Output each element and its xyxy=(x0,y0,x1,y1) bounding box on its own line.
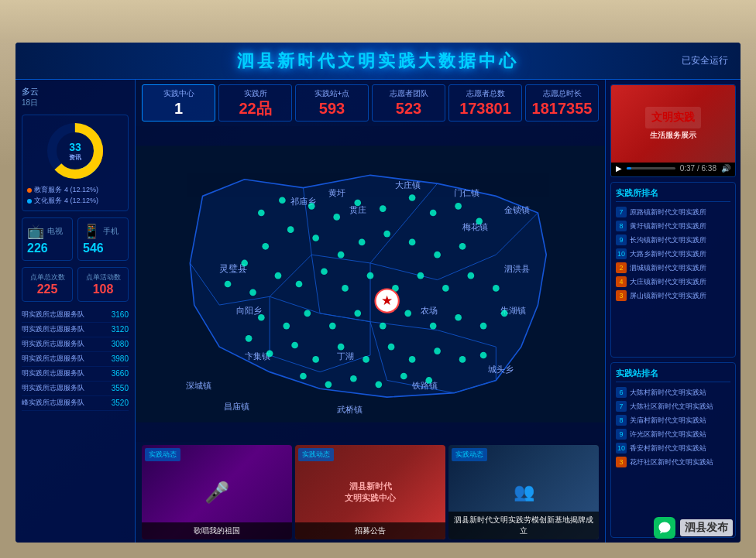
ranking-item: 9 长沟镇新时代文明实践所 xyxy=(616,233,730,247)
svg-point-75 xyxy=(434,347,441,354)
video-time: 0:37 / 6:38 xyxy=(680,164,716,173)
weather-text: 多云 xyxy=(22,86,129,98)
wechat-overlay: 泗县发布 xyxy=(654,517,733,539)
svg-point-49 xyxy=(342,285,349,292)
ranking-item: 3 花圩社区新时代文明实践站 xyxy=(616,455,730,469)
svg-point-54 xyxy=(468,272,475,279)
svg-point-27 xyxy=(333,214,340,221)
click-total: 点单总次数 225 xyxy=(22,267,73,302)
svg-text:贯庄: 贯庄 xyxy=(349,205,366,214)
wechat-icon xyxy=(654,517,675,539)
svg-point-41 xyxy=(287,226,294,233)
svg-text:泗洪县: 泗洪县 xyxy=(504,264,530,273)
svg-point-39 xyxy=(338,252,345,258)
outer-frame: 泗县新时代文明实践大数据中心 已安全运行 多云 18日 xyxy=(0,0,756,558)
media-label-1: 招募公告 xyxy=(295,522,445,539)
svg-point-70 xyxy=(312,356,319,363)
list-item: 明实践所志愿服务队 3550 xyxy=(22,382,129,396)
list-item: 明实践所志愿服务队 3080 xyxy=(22,337,129,352)
progress-fill xyxy=(627,167,631,169)
svg-point-77 xyxy=(480,352,487,359)
ranking-title-1: 实践所排名 xyxy=(616,187,730,202)
ranking-section-1: 实践所排名 7 原路镇新时代文明实践所 8 黄圩镇新时代文明实践所 9 长沟镇新… xyxy=(610,182,736,358)
click-stats: 点单总次数 225 点单活动数 108 xyxy=(22,267,129,302)
donut-legend: 教育服务 4 (12.12%) 文化服务 4 (12.12%) xyxy=(27,185,123,206)
media-image-0: 🎤 xyxy=(204,481,229,505)
play-button[interactable]: ▶ xyxy=(616,164,622,173)
svg-point-55 xyxy=(493,285,500,292)
stats-bar: 实践中心 1 实践所 22品 实践站+点 593 志愿者团队 xyxy=(136,80,605,126)
svg-point-73 xyxy=(388,344,395,351)
svg-point-24 xyxy=(258,210,265,217)
svg-text:黄圩: 黄圩 xyxy=(328,188,345,197)
video-player: 文明实践 生活服务展示 ▶ 0:37 / 6:38 🔊 xyxy=(610,84,736,177)
svg-point-63 xyxy=(329,323,336,330)
donut-center: 33 资讯 xyxy=(69,141,81,162)
ranking-item: 8 关庙村新时代文明实践站 xyxy=(616,413,730,427)
map-svg: 灵璧县 向阳乡 卞集镇 深城镇 昌庙镇 泗洪县 朱湖镇 金锁镇 梅花镇 门仁镇 … xyxy=(136,126,605,442)
svg-point-66 xyxy=(258,314,265,321)
media-tag-2: 实践动态 xyxy=(452,448,487,461)
svg-text:金锁镇: 金锁镇 xyxy=(504,205,530,214)
stats-card-5: 志愿总时长 1817355 xyxy=(525,84,599,122)
svg-point-71 xyxy=(338,344,345,351)
svg-text:深城镇: 深城镇 xyxy=(186,381,211,390)
svg-point-53 xyxy=(442,285,449,292)
svg-point-83 xyxy=(425,377,432,384)
svg-point-74 xyxy=(409,356,416,363)
svg-point-43 xyxy=(241,260,248,267)
svg-text:★: ★ xyxy=(381,293,393,308)
svg-point-30 xyxy=(409,194,416,201)
svg-text:卞集镇: 卞集镇 xyxy=(245,351,270,361)
svg-point-45 xyxy=(249,289,256,296)
donut-section: 33 资讯 教育服务 4 (12.12%) 文化服务 4 (12.12%) xyxy=(22,115,129,211)
main-content: 多云 18日 xyxy=(15,80,741,543)
svg-point-72 xyxy=(363,356,369,363)
ranking-item: 9 许光区新时代文明实践站 xyxy=(616,427,730,441)
svg-point-46 xyxy=(275,272,282,279)
ranking-item: 4 大庄镇新时代文明实践所 xyxy=(616,275,730,289)
right-panel: 文明实践 生活服务展示 ▶ 0:37 / 6:38 🔊 xyxy=(605,80,741,543)
svg-point-64 xyxy=(304,310,311,317)
list-item: 明实践所志愿服务队 3980 xyxy=(22,352,129,367)
svg-point-52 xyxy=(418,272,424,279)
svg-point-42 xyxy=(262,243,269,250)
svg-text:城头乡: 城头乡 xyxy=(487,365,514,374)
svg-text:门仁镇: 门仁镇 xyxy=(454,188,479,197)
video-controls[interactable]: ▶ 0:37 / 6:38 🔊 xyxy=(611,163,735,174)
svg-point-79 xyxy=(325,382,332,389)
svg-text:铁路镇: 铁路镇 xyxy=(411,381,438,390)
svg-point-37 xyxy=(383,231,390,238)
svg-point-25 xyxy=(279,197,286,204)
progress-bar[interactable] xyxy=(627,167,675,169)
svg-point-36 xyxy=(409,239,416,246)
ranking-item: 6 大陈村新时代文明实践站 xyxy=(616,385,730,399)
list-item: 明实践所志愿服务队 3120 xyxy=(22,323,129,337)
svg-point-35 xyxy=(434,252,441,258)
volume-icon[interactable]: 🔊 xyxy=(721,164,730,173)
top-area xyxy=(0,0,756,43)
wechat-label: 泗县发布 xyxy=(680,519,733,536)
center-panel: 实践中心 1 实践所 22品 实践站+点 593 志愿者团队 xyxy=(136,80,605,543)
svg-point-68 xyxy=(266,350,273,357)
svg-point-62 xyxy=(354,310,361,317)
svg-point-48 xyxy=(321,268,328,275)
stats-card-4: 志愿者总数 173801 xyxy=(448,84,522,122)
left-panel: 多云 18日 xyxy=(15,80,136,543)
svg-point-34 xyxy=(459,243,466,250)
list-item: 峰实践所志愿服务队 3520 xyxy=(22,396,129,411)
svg-point-33 xyxy=(476,218,483,225)
tv-stat: 📺 电视 226 xyxy=(22,217,73,261)
stats-card-0: 实践中心 1 xyxy=(142,84,215,122)
svg-point-67 xyxy=(246,335,253,342)
dashboard: 泗县新时代文明实践大数据中心 已安全运行 多云 18日 xyxy=(15,43,741,543)
stats-card-1: 实践所 22品 xyxy=(218,84,292,122)
ranking-item: 2 泗城镇新时代文明实践所 xyxy=(616,261,730,275)
svg-text:武桥镇: 武桥镇 xyxy=(337,405,363,414)
media-card-1: 实践动态 泗县新时代文明实践中心 招募公告 xyxy=(295,445,445,539)
svg-text:大庄镇: 大庄镇 xyxy=(395,180,421,190)
click-active: 点单活动数 108 xyxy=(77,267,129,302)
media-label-0: 歌唱我的祖国 xyxy=(142,522,292,539)
donut-chart: 33 资讯 xyxy=(44,120,106,182)
svg-text:丁湖: 丁湖 xyxy=(337,351,354,361)
